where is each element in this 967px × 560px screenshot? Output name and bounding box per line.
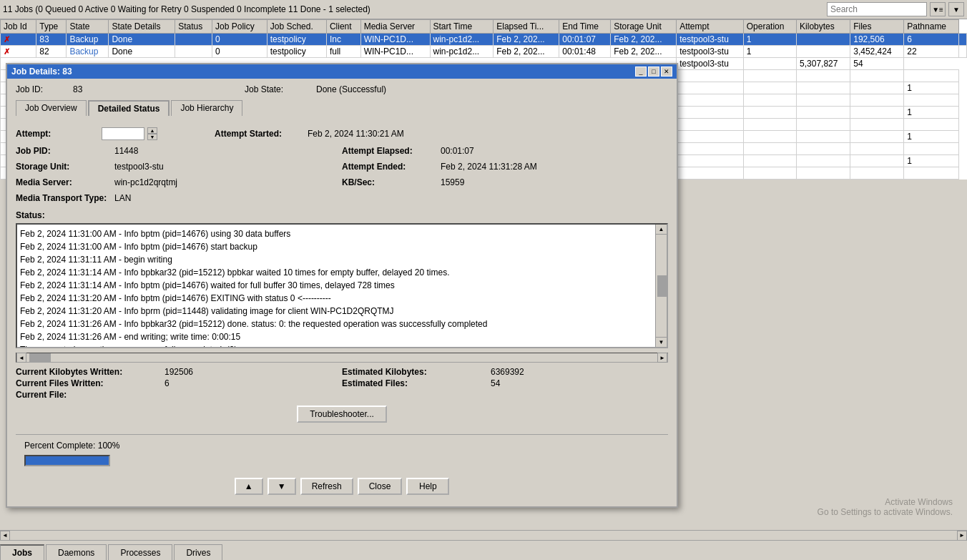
media-transport-row: Media Transport Type: LAN [16, 192, 342, 205]
empty-cell [797, 167, 850, 180]
media-server-label: Media Server: [16, 177, 109, 187]
bottom-scroll-right[interactable]: ► [957, 531, 967, 541]
job-state-label: Job State: [245, 84, 302, 94]
status-log-container[interactable]: Feb 2, 2024 11:31:00 AM - Info bptm (pid… [16, 223, 668, 348]
h-scroll-right-btn[interactable]: ► [657, 353, 667, 363]
log-entry: Feb 2, 2024 11:31:26 AM - end writing; w… [20, 330, 664, 343]
top-bar-title: 11 Jobs (0 Queued 0 Active 0 Waiting for… [3, 4, 370, 14]
job-state-value: Done (Successful) [316, 84, 386, 94]
col-header-state-details[interactable]: State Details [109, 20, 175, 34]
empty-cell [850, 167, 904, 180]
close-dialog-button[interactable]: ✕ [661, 67, 672, 77]
kb-cell: 5,307,827 [797, 58, 850, 70]
col-header-end-time[interactable]: End Time [559, 20, 611, 34]
tab-job-overview[interactable]: Job Overview [16, 100, 87, 116]
col-header-operation[interactable]: Operation [743, 20, 796, 34]
help-button[interactable]: Help [406, 478, 449, 495]
empty-cell [677, 143, 744, 155]
col-header-type[interactable]: Type [36, 20, 67, 34]
col-header-kilobytes[interactable]: Kilobytes [797, 20, 850, 34]
tab-jobs[interactable]: Jobs [0, 544, 44, 560]
empty-cell [743, 58, 796, 70]
col-header-job-policy[interactable]: Job Policy [212, 20, 267, 34]
attempt-elapsed-label: Attempt Elapsed: [342, 146, 435, 156]
search-input[interactable] [827, 2, 927, 16]
log-entry: Feb 2, 2024 11:31:26 AM - Info bpbkar32 … [20, 318, 664, 330]
h-scroll-track [51, 353, 657, 362]
elapsed-cell: 00:01:48 [559, 46, 611, 58]
minimize-button[interactable]: _ [635, 67, 647, 77]
job-policy-cell: testpolicy [267, 34, 326, 46]
scroll-down-btn[interactable]: ▼ [656, 337, 667, 347]
col-header-state[interactable]: State [67, 20, 109, 34]
down-button[interactable]: ▼ [267, 478, 296, 495]
col-header-pathname[interactable]: Pathname [904, 20, 959, 34]
job-sched-cell: Inc [326, 34, 360, 46]
close-button[interactable]: Close [358, 478, 403, 495]
log-entry: Feb 2, 2024 11:31:14 AM - Info bptm (pid… [20, 279, 664, 292]
empty-cell [677, 107, 744, 119]
current-file-label: Current File: [16, 390, 159, 400]
table-row[interactable]: ✗83BackupDone0testpolicyIncWIN-PC1D...wi… [1, 34, 967, 46]
current-kb-label: Current Kilobytes Written: [16, 367, 159, 377]
col-header-files[interactable]: Files [850, 20, 904, 34]
col-header-job-id[interactable]: Job Id [1, 20, 36, 34]
estimated-kb-value: 6369392 [491, 367, 524, 377]
x-icon: ✗ [4, 35, 10, 44]
status-header: Status: [16, 210, 668, 220]
spinner-up[interactable]: ▲ [147, 127, 157, 134]
log-entry: Feb 2, 2024 11:31:00 AM - Info bptm (pid… [20, 227, 664, 240]
troubleshooter-button[interactable]: Troubleshooter... [297, 406, 387, 423]
tab-drives[interactable]: Drives [174, 544, 222, 560]
table-row[interactable]: ✗82BackupDone0testpolicyfullWIN-PC1D...w… [1, 46, 967, 58]
dialog-title: Job Details: 83 [11, 67, 72, 77]
attempt-input[interactable] [102, 127, 144, 140]
end-time-cell: Feb 2, 202... [611, 46, 677, 58]
maximize-button[interactable]: □ [648, 67, 659, 77]
empty-cell [743, 70, 796, 82]
col-header-attempt[interactable]: Attempt [677, 20, 744, 34]
attempt-ended-label: Attempt Ended: [342, 162, 435, 172]
tab-detailed-status[interactable]: Detailed Status [88, 100, 170, 116]
filter-button[interactable]: ▼≡ [930, 2, 946, 16]
empty-cell [677, 119, 744, 131]
tab-job-hierarchy[interactable]: Job Hierarchy [171, 100, 242, 116]
start-time-cell: Feb 2, 202... [494, 46, 559, 58]
storage-unit-label: Storage Unit: [16, 162, 109, 172]
scroll-up-btn[interactable]: ▲ [656, 225, 667, 235]
bottom-scrollbar[interactable]: ◄ ► [0, 530, 967, 540]
job-details-dialog: Job Details: 83 _ □ ✕ Job ID: 83 Job Sta… [6, 63, 678, 508]
type-cell: Backup [67, 34, 109, 46]
col-header-start-time[interactable]: Start Time [430, 20, 494, 34]
stats-grid: Current Kilobytes Written: 192506 Estima… [16, 367, 668, 400]
empty-cell [677, 94, 744, 107]
col-header-storage-unit[interactable]: Storage Unit [611, 20, 677, 34]
empty-cell [677, 82, 744, 94]
col-header-elapsed-ti---[interactable]: Elapsed Ti... [494, 20, 559, 34]
dropdown-button[interactable]: ▼ [948, 2, 964, 16]
col-header-status[interactable]: Status [175, 20, 212, 34]
horizontal-scrollbar[interactable]: ◄ ► [16, 353, 668, 363]
estimated-kb-label: Estimated Kilobytes: [342, 367, 485, 377]
attempt-cell: 1 [743, 46, 796, 58]
col-header-client[interactable]: Client [326, 20, 360, 34]
col-header-media-server[interactable]: Media Server [360, 20, 430, 34]
up-button[interactable]: ▲ [235, 478, 263, 495]
client-cell: WIN-PC1D... [360, 46, 430, 58]
tab-processes[interactable]: Processes [108, 544, 172, 560]
empty-cell [743, 155, 796, 167]
job-pid-value: 11448 [114, 146, 138, 156]
attempt-ended-value: Feb 2, 2024 11:31:28 AM [441, 162, 537, 172]
tab-daemons[interactable]: Daemons [46, 544, 107, 560]
bottom-scroll-left[interactable]: ◄ [0, 531, 10, 541]
type-cell: Backup [67, 46, 109, 58]
h-scroll-left-btn[interactable]: ◄ [16, 353, 26, 363]
attempt-ended-row: Attempt Ended: Feb 2, 2024 11:31:28 AM [342, 160, 668, 173]
right-col-cell [904, 143, 959, 155]
refresh-button[interactable]: Refresh [300, 478, 353, 495]
spinner-down[interactable]: ▼ [147, 134, 157, 140]
vertical-scrollbar[interactable]: ▲ ▼ [655, 225, 667, 347]
col-header-job-sched-[interactable]: Job Sched. [267, 20, 326, 34]
dialog-titlebar: Job Details: 83 _ □ ✕ [7, 64, 677, 79]
progress-section: Percent Complete: 100% [16, 434, 668, 478]
